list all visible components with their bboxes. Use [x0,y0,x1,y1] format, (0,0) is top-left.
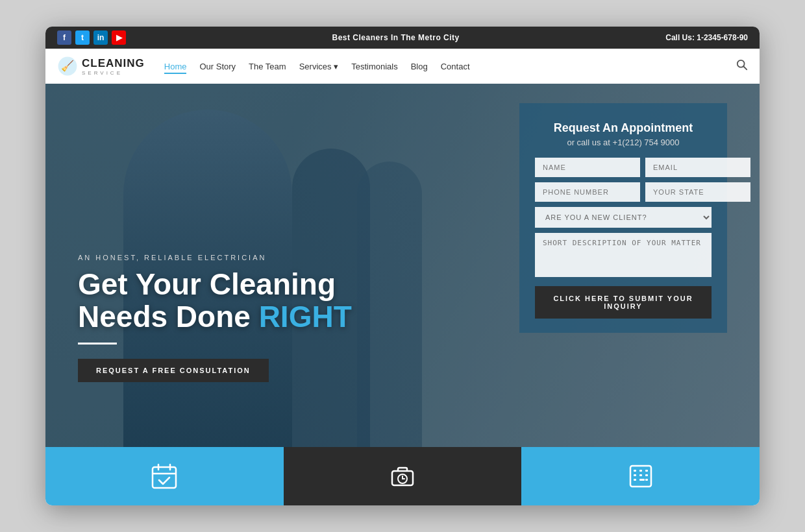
nav-links: Home Our Story The Team Services ▾ Testi… [164,60,736,72]
nav-item-services[interactable]: Services ▾ [299,60,338,72]
svg-rect-4 [153,467,176,488]
state-input[interactable] [645,182,750,202]
nav-link-ourstory[interactable]: Our Story [199,62,236,71]
nav-link-testimonials[interactable]: Testimonials [351,62,398,71]
appointment-form: Request An Appointment or call us at +1(… [519,103,727,333]
briefcase-clock-icon [387,461,418,492]
card-services[interactable] [284,447,522,505]
consultation-button[interactable]: REQUEST A FREE CONSULTATION [78,359,269,382]
card-contact[interactable] [521,447,760,505]
hero-subtitle: An Honest, Reliable Electrician [78,254,352,261]
new-client-select[interactable]: ARE YOU A NEW CLIENT? YES NO [535,207,712,228]
navbar: 🧹 CLEANING SERVICE Home Our Story The Te… [45,49,760,84]
svg-rect-21 [645,479,648,481]
description-textarea[interactable] [535,233,712,277]
svg-rect-19 [634,479,636,481]
youtube-icon[interactable]: ▶ [112,30,126,45]
hero-title: Get Your Cleaning Needs Done RIGHT [78,268,352,333]
bottom-cards [45,447,760,505]
hero-divider [78,343,117,345]
card-schedule[interactable] [45,447,284,505]
name-input[interactable] [535,158,640,177]
nav-link-services[interactable]: Services ▾ [299,62,338,71]
tagline: Best Cleaners In The Metro City [332,33,460,42]
social-icons: f t in ▶ [57,30,126,45]
nav-item-testimonials[interactable]: Testimonials [351,60,398,72]
logo[interactable]: 🧹 CLEANING SERVICE [57,56,145,77]
search-icon[interactable] [736,59,748,73]
calendar-check-icon [149,461,180,492]
svg-rect-16 [634,474,636,476]
nav-item-theteam[interactable]: The Team [249,60,286,72]
submit-button[interactable]: CLICK HERE TO SUBMIT YOUR INQUIRY [535,286,712,319]
nav-link-theteam[interactable]: The Team [249,62,286,71]
form-subtitle: or call us at +1(212) 754 9000 [535,138,712,147]
svg-line-3 [743,66,747,69]
nav-item-home[interactable]: Home [164,60,187,72]
hero-section: An Honest, Reliable Electrician Get Your… [45,84,760,447]
logo-icon: 🧹 [57,56,78,77]
svg-rect-15 [645,470,648,472]
email-input[interactable] [645,158,750,177]
form-row-2 [535,182,712,202]
form-title: Request An Appointment [535,121,712,135]
nav-link-blog[interactable]: Blog [411,62,428,71]
hero-content: An Honest, Reliable Electrician Get Your… [78,254,352,382]
form-row-1 [535,158,712,177]
twitter-icon[interactable]: t [75,30,90,45]
logo-text: CLEANING SERVICE [82,57,145,76]
svg-rect-18 [645,474,648,476]
svg-rect-13 [634,470,636,472]
nav-item-blog[interactable]: Blog [411,60,428,72]
phone-display: Call Us: 1-2345-678-90 [665,33,748,42]
nav-item-ourstory[interactable]: Our Story [199,60,236,72]
top-bar: f t in ▶ Best Cleaners In The Metro City… [45,27,760,49]
svg-rect-17 [639,474,642,476]
svg-rect-20 [639,479,645,481]
phone-keyboard-icon [625,461,656,492]
svg-text:🧹: 🧹 [61,60,74,72]
phone-input[interactable] [535,182,640,202]
nav-link-contact[interactable]: Contact [441,62,470,71]
svg-rect-14 [639,470,642,472]
browser-frame: f t in ▶ Best Cleaners In The Metro City… [45,27,760,505]
facebook-icon[interactable]: f [57,30,71,45]
nav-item-contact[interactable]: Contact [441,60,470,72]
nav-link-home[interactable]: Home [164,62,187,74]
linkedin-icon[interactable]: in [93,30,108,45]
